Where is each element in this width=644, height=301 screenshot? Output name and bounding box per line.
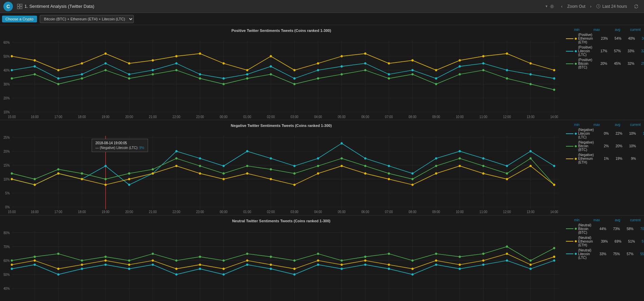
svg-point-237 — [553, 256, 555, 258]
svg-point-247 — [223, 273, 225, 276]
svg-point-72 — [176, 150, 178, 153]
y-label-5: 5% — [5, 191, 10, 195]
x-label-02: 02:00 — [267, 115, 275, 118]
svg-point-98 — [223, 172, 225, 175]
charts-area: Positive Twitter Sentiments Tweets (Coin… — [0, 25, 644, 301]
svg-point-257 — [459, 267, 461, 270]
positive-eth-current: 36% — [635, 37, 644, 40]
x-label-19: 19:00 — [102, 115, 109, 118]
settings-button[interactable] — [548, 3, 556, 10]
positive-chart-svg: 60% 50% 40% 30% 20% 10% — [0, 33, 563, 120]
svg-point-228 — [341, 263, 343, 266]
neutral-chart-svg: 80% 70% 60% 50% 40% 30% — [0, 224, 563, 301]
svg-point-131 — [435, 172, 437, 175]
positive-chart-wrapper: Positive Twitter Sentiments Tweets (Coin… — [0, 25, 563, 120]
x-label-11: 11:00 — [479, 115, 487, 118]
positive-eth-dot — [435, 69, 437, 71]
positive-eth-dot — [341, 55, 343, 57]
svg-text:13:00: 13:00 — [527, 210, 534, 214]
svg-text:14:00: 14:00 — [550, 210, 558, 214]
svg-point-77 — [293, 165, 295, 167]
svg-point-69 — [105, 165, 107, 167]
svg-point-114 — [34, 184, 36, 186]
positive-eth-dot — [553, 69, 555, 71]
svg-point-200 — [246, 252, 248, 255]
neutral-ltc-line-indicator — [566, 253, 573, 254]
svg-point-195 — [128, 259, 130, 262]
svg-point-91 — [57, 168, 59, 171]
positive-eth-dot — [530, 62, 532, 64]
positive-ltc-dot — [270, 65, 272, 68]
svg-point-78 — [317, 157, 319, 160]
x-label-06: 06:00 — [362, 115, 369, 118]
svg-point-248 — [246, 263, 248, 266]
svg-point-136 — [553, 184, 555, 186]
neutral-ltc-legend-row: (Neutral) Litecoin (LTC) 33% 75% 57% 55% — [566, 248, 641, 260]
positive-eth-dot — [176, 55, 178, 57]
zoom-left-button[interactable]: ‹ — [561, 4, 563, 9]
positive-ltc-dot — [388, 73, 390, 76]
coin-selector[interactable]: Bitcoin (BTC) + Ethereum (ETH) + Litecoi… — [40, 15, 134, 23]
x-label-01: 01:00 — [243, 115, 251, 118]
positive-ltc-dot — [411, 69, 413, 71]
neutral-eth-legend-row: (Neutral) Ethereum (ETH) 39% 69% 51% 59% — [566, 236, 641, 247]
svg-point-70 — [128, 184, 130, 186]
positive-ltc-label: (Positive) Litecoin (LTC) — [578, 45, 592, 57]
positive-btc-dot — [270, 73, 272, 76]
svg-text:00:00: 00:00 — [220, 210, 227, 214]
svg-point-254 — [388, 267, 390, 270]
refresh-button[interactable] — [632, 3, 641, 10]
svg-rect-2 — [17, 7, 19, 9]
svg-point-244 — [152, 263, 154, 266]
positive-eth-dot — [128, 62, 130, 64]
svg-rect-1 — [20, 4, 22, 6]
svg-point-260 — [530, 267, 532, 270]
svg-point-87 — [530, 150, 532, 153]
positive-eth-dot — [105, 53, 107, 55]
legend-max-label: max — [586, 28, 600, 32]
svg-point-202 — [293, 259, 295, 262]
positive-eth-dot — [57, 69, 59, 71]
svg-point-110 — [506, 172, 508, 175]
legend-avg-label: avg — [607, 28, 620, 32]
neutral-btc-label: (Neutral) Bitcoin (BTC) — [578, 223, 591, 234]
positive-eth-dot — [270, 55, 272, 57]
x-label-10: 10:00 — [456, 115, 464, 118]
svg-point-231 — [411, 267, 413, 270]
svg-point-79 — [341, 142, 343, 145]
positive-eth-dot — [152, 59, 154, 62]
x-label-17: 17:00 — [54, 115, 62, 118]
positive-eth-dot — [482, 55, 484, 57]
negative-ltc-dot-indicator — [575, 133, 577, 135]
neutral-eth-dot-indicator — [575, 240, 577, 242]
neutral-ltc-label: (Neutral) Litecoin (LTC) — [578, 248, 591, 260]
svg-point-229 — [364, 259, 366, 262]
svg-rect-3 — [20, 7, 22, 9]
svg-point-92 — [81, 172, 83, 175]
zoom-right-button[interactable]: › — [590, 4, 591, 9]
svg-point-250 — [293, 273, 295, 276]
zoom-out-label[interactable]: Zoom Out — [567, 4, 585, 9]
svg-text:02:00: 02:00 — [267, 210, 275, 214]
positive-eth-dot — [223, 62, 225, 64]
positive-btc-dot — [57, 83, 59, 85]
choose-crypto-button[interactable]: Choose a Crypto — [2, 16, 37, 22]
negative-eth-line — [12, 166, 554, 185]
time-range[interactable]: Last 24 hours — [596, 4, 627, 9]
negative-eth-legend-row: (Negative) Ethereum (ETH) 1% 19% 9% 5% — [566, 153, 641, 164]
neutral-btc-legend-row: (Neutral) Bitcoin (BTC) 44% 73% 58% 70% — [566, 223, 641, 234]
svg-point-82 — [411, 172, 413, 175]
svg-point-83 — [435, 157, 437, 160]
svg-point-74 — [223, 165, 225, 167]
svg-point-222 — [199, 263, 201, 266]
positive-eth-dot — [11, 55, 13, 57]
svg-point-84 — [459, 150, 461, 153]
positive-eth-dot — [364, 53, 366, 55]
svg-point-234 — [482, 259, 484, 262]
svg-point-105 — [388, 172, 390, 175]
svg-text:03:00: 03:00 — [291, 210, 298, 214]
svg-point-108 — [459, 157, 461, 160]
svg-point-253 — [364, 263, 366, 266]
svg-point-132 — [459, 165, 461, 167]
negative-ltc-legend-row: (Negative) Litecoin (LTC) 0% 22% 10% 13% — [566, 128, 641, 139]
